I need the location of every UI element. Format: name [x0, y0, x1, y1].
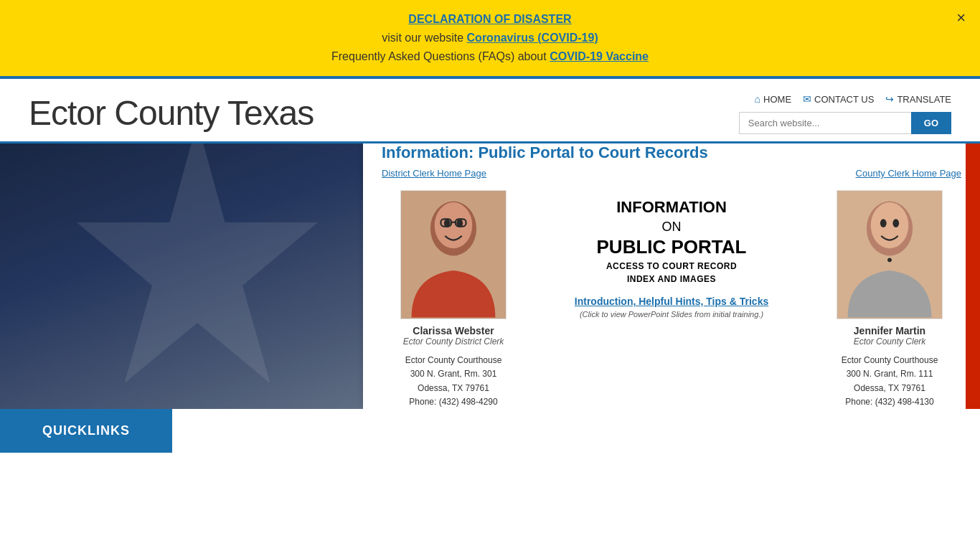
contact-label: CONTACT US [814, 94, 874, 105]
quicklinks-label: QUICKLINKS [42, 423, 130, 438]
county-clerk-title: Ector County Clerk [854, 336, 926, 347]
district-clerk-title: Ector County District Clerk [403, 336, 504, 347]
county-clerk-address: Ector County Courthouse 300 N. Grant, Rm… [842, 354, 938, 409]
translate-label: TRANSLATE [897, 94, 951, 105]
top-nav: ⌂ HOME ✉ CONTACT US ↪ TRANSLATE [755, 93, 951, 105]
contact-nav-link[interactable]: ✉ CONTACT US [803, 93, 874, 105]
svg-point-9 [880, 220, 887, 228]
vaccine-link[interactable]: COVID-19 Vaccine [550, 50, 649, 62]
svg-point-10 [892, 220, 899, 228]
translate-icon: ↪ [885, 93, 894, 105]
search-bar: GO [739, 112, 951, 134]
svg-point-11 [887, 258, 892, 263]
covid-site-text: visit our website [382, 32, 466, 44]
covid-site-link[interactable]: Coronavirus (COVID-19) [467, 32, 598, 44]
district-clerk-column: Clarissa Webster Ector County District C… [382, 190, 525, 409]
site-title: Ector County Texas [29, 93, 314, 133]
search-button[interactable]: GO [911, 112, 951, 134]
county-clerk-column: Jennifer Martin Ector County Clerk Ector… [818, 190, 961, 409]
search-input[interactable] [739, 112, 911, 134]
faq-text: Frequently Asked Questions (FAQs) about [331, 50, 550, 62]
district-clerk-link[interactable]: District Clerk Home Page [382, 168, 486, 179]
info-heading: INFORMATION [616, 197, 727, 218]
tips-hint: (Click to view PowerPoint Slides from in… [580, 310, 763, 319]
alert-banner: × DECLARATION OF DISASTER visit our webs… [0, 0, 980, 79]
clerk-links: District Clerk Home Page County Clerk Ho… [382, 168, 961, 179]
hero-section: Information: Public Portal to Court Reco… [0, 143, 980, 409]
panel-title: Information: Public Portal to Court Reco… [382, 143, 961, 162]
county-clerk-name: Jennifer Martin [854, 325, 925, 336]
info-portal: PUBLIC PORTAL [597, 236, 747, 258]
mail-icon: ✉ [803, 93, 811, 105]
county-clerk-link[interactable]: County Clerk Home Page [856, 168, 961, 179]
translate-nav-link[interactable]: ↪ TRANSLATE [885, 93, 951, 105]
content-panel: Information: Public Portal to Court Reco… [363, 143, 980, 409]
info-column: INFORMATION ON PUBLIC PORTAL ACCESS TO C… [525, 190, 818, 326]
district-clerk-name: Clarissa Webster [413, 325, 494, 336]
quicklinks-button[interactable]: QUICKLINKS [0, 409, 172, 453]
svg-point-1 [435, 202, 473, 248]
content-columns: Clarissa Webster Ector County District C… [382, 190, 961, 409]
district-clerk-photo [400, 190, 507, 319]
info-sub1: ACCESS TO COURT RECORD [606, 261, 737, 271]
quicklinks-tail [73, 451, 99, 453]
home-icon: ⌂ [755, 93, 760, 105]
red-accent [966, 143, 980, 409]
district-clerk-address: Ector County Courthouse 300 N. Grant, Rm… [405, 354, 502, 409]
info-sub2: INDEX AND IMAGES [627, 274, 716, 284]
site-header: Ector County Texas ⌂ HOME ✉ CONTACT US ↪… [0, 79, 980, 143]
tips-link[interactable]: Introduction, Helpful Hints, Tips & Tric… [575, 296, 768, 307]
home-label: HOME [763, 94, 791, 105]
home-nav-link[interactable]: ⌂ HOME [755, 93, 791, 105]
info-on: ON [662, 220, 682, 235]
disaster-declaration-link[interactable]: DECLARATION OF DISASTER [408, 13, 571, 25]
close-banner-button[interactable]: × [956, 9, 966, 27]
county-clerk-photo [837, 190, 943, 319]
bottom-bar: QUICKLINKS [0, 409, 980, 453]
header-right: ⌂ HOME ✉ CONTACT US ↪ TRANSLATE GO [739, 93, 951, 134]
svg-point-8 [871, 202, 909, 248]
